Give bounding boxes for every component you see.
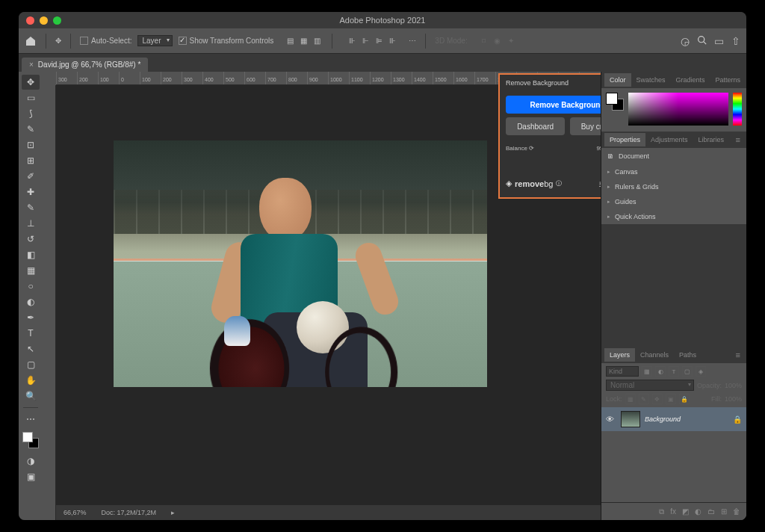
section-canvas[interactable]: ▸Canvas (601, 164, 746, 179)
layer-mask-icon[interactable]: ◩ (682, 507, 689, 516)
color-swatches[interactable] (606, 93, 624, 111)
lock-pixels-icon[interactable]: ✎ (639, 394, 649, 404)
dashboard-button[interactable]: Dashboard (506, 117, 565, 135)
document-tab[interactable]: × David.jpg @ 66,7% (RGB/8#) * (22, 58, 148, 72)
lasso-tool[interactable]: ⟆ (22, 106, 40, 121)
tab-adjustments[interactable]: Adjustments (645, 133, 693, 146)
move-tool-icon[interactable]: ✥ (55, 37, 61, 45)
distribute-icon[interactable]: ⊪ (386, 35, 398, 47)
buy-credits-button[interactable]: Buy credits (570, 117, 601, 135)
stamp-tool[interactable]: ⊥ (22, 216, 40, 231)
lock-all-icon[interactable]: 🔒 (679, 394, 690, 404)
distribute-icon[interactable]: ⊫ (373, 35, 385, 47)
tab-paths[interactable]: Paths (674, 348, 701, 362)
show-transform-checkbox[interactable]: Show Transform Controls (179, 37, 274, 46)
blur-tool[interactable]: ○ (22, 279, 40, 294)
adjustment-layer-icon[interactable]: ◐ (695, 507, 701, 516)
gradient-tool[interactable]: ▦ (22, 263, 40, 278)
tab-properties[interactable]: Properties (604, 133, 645, 146)
close-window-button[interactable] (26, 16, 34, 25)
fill-value[interactable]: 100% (725, 395, 742, 403)
hand-tool[interactable]: ✋ (22, 373, 40, 388)
eyedropper-tool[interactable]: ✐ (22, 169, 40, 184)
edit-toolbar[interactable]: ⋯ (22, 412, 40, 427)
tab-gradients[interactable]: Gradients (671, 73, 710, 87)
delete-layer-icon[interactable]: 🗑 (733, 507, 740, 516)
zoom-tool[interactable]: 🔍 (22, 389, 40, 403)
ruler-origin[interactable] (43, 72, 56, 85)
lock-trans-icon[interactable]: ▦ (625, 394, 636, 404)
screen-mode-icon[interactable]: ▣ (22, 469, 40, 484)
remove-background-button[interactable]: Remove Background (506, 96, 601, 114)
marquee-tool[interactable]: ▭ (22, 90, 40, 105)
tab-patterns[interactable]: Patterns (710, 73, 746, 87)
tab-color[interactable]: Color (604, 73, 631, 87)
quick-mask-icon[interactable]: ◑ (22, 454, 40, 468)
color-field[interactable] (628, 93, 728, 126)
workspace-icon[interactable]: ▭ (714, 35, 724, 47)
zoom-level[interactable]: 66,67% (64, 509, 87, 516)
history-brush-tool[interactable]: ↺ (22, 232, 40, 247)
opacity-value[interactable]: 100% (725, 382, 742, 389)
tab-channels[interactable]: Channels (635, 348, 674, 362)
minimize-window-button[interactable] (40, 16, 48, 25)
panel-menu-icon[interactable]: ≡ (733, 350, 743, 359)
status-chevron-icon[interactable]: ▸ (171, 509, 175, 516)
filter-adjust-icon[interactable]: ◐ (655, 366, 666, 377)
layer-fx-icon[interactable]: fx (670, 507, 676, 516)
lock-artboard-icon[interactable]: ▣ (666, 394, 676, 404)
layer-thumbnail[interactable] (621, 411, 640, 427)
section-rulers[interactable]: ▸Rulers & Grids (601, 179, 746, 194)
healing-tool[interactable]: ✚ (22, 185, 40, 200)
eraser-tool[interactable]: ◧ (22, 247, 40, 262)
maximize-window-button[interactable] (53, 16, 61, 25)
foreground-background-colors[interactable] (22, 432, 39, 448)
lock-icon[interactable]: 🔒 (733, 415, 742, 424)
tab-layers[interactable]: Layers (604, 348, 635, 362)
align-center-icon[interactable]: ▦ (297, 35, 309, 47)
move-tool[interactable]: ✥ (22, 75, 40, 90)
brush-tool[interactable]: ✎ (22, 200, 40, 215)
link-layers-icon[interactable]: ⧉ (659, 507, 664, 516)
filter-smart-icon[interactable]: ◈ (696, 366, 706, 377)
panel-menu-icon[interactable]: ≡ (746, 75, 746, 84)
group-icon[interactable]: 🗀 (707, 507, 715, 516)
filter-type-icon[interactable]: T (669, 366, 679, 377)
blend-mode-dropdown[interactable]: Normal (606, 380, 694, 391)
path-tool[interactable]: ↖ (22, 341, 40, 356)
home-icon[interactable] (25, 35, 37, 47)
vertical-ruler[interactable] (43, 85, 56, 520)
frame-tool[interactable]: ⊞ (22, 153, 40, 168)
align-left-icon[interactable]: ▤ (284, 35, 296, 47)
share-icon[interactable]: ⇧ (731, 35, 740, 47)
layer-name[interactable]: Background (645, 415, 681, 423)
section-quick-actions[interactable]: ▸Quick Actions (601, 209, 746, 224)
search-icon[interactable] (697, 35, 707, 47)
section-guides[interactable]: ▸Guides (601, 194, 746, 209)
crop-tool[interactable]: ⊡ (22, 137, 40, 152)
rectangle-tool[interactable]: ▢ (22, 357, 40, 372)
lock-position-icon[interactable]: ✥ (652, 394, 663, 404)
layer-row[interactable]: 👁 Background 🔒 (601, 407, 746, 431)
quick-select-tool[interactable]: ✎ (22, 122, 40, 137)
distribute-icon[interactable]: ⊪ (346, 35, 358, 47)
panel-menu-icon[interactable]: ≡ (733, 135, 743, 144)
align-right-icon[interactable]: ▥ (311, 35, 323, 47)
tab-swatches[interactable]: Swatches (631, 73, 671, 87)
how-it-works-link[interactable]: How it works (599, 181, 601, 186)
cloud-icon[interactable]: ◶ (681, 35, 690, 47)
tab-libraries[interactable]: Libraries (693, 133, 730, 146)
visibility-icon[interactable]: 👁 (606, 415, 616, 424)
filter-pixel-icon[interactable]: ▦ (642, 366, 652, 377)
document-canvas[interactable] (114, 140, 487, 387)
pen-tool[interactable]: ✒ (22, 310, 40, 325)
type-tool[interactable]: T (22, 326, 40, 341)
layer-filter-input[interactable] (606, 366, 639, 377)
hue-slider[interactable] (733, 93, 742, 126)
close-tab-icon[interactable]: × (29, 61, 34, 69)
filter-shape-icon[interactable]: ▢ (682, 366, 693, 377)
dodge-tool[interactable]: ◐ (22, 294, 40, 309)
auto-select-dropdown[interactable]: Layer (137, 35, 172, 46)
distribute-icon[interactable]: ⊩ (359, 35, 371, 47)
new-layer-icon[interactable]: ⊞ (721, 507, 727, 516)
